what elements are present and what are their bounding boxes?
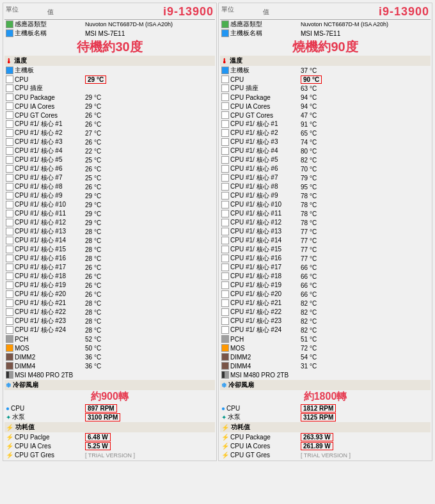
normal-value: 37 °C <box>301 67 317 74</box>
label-text: CPU <box>15 76 28 83</box>
left-sensor-value: Nuvoton NCT6687D-M (ISA A20h) <box>83 21 214 28</box>
cpu-icon <box>221 237 229 244</box>
normal-value: 47 °C <box>301 112 317 119</box>
row-value: 25 °C <box>83 157 214 164</box>
label-text: CPU #1/ 核心 #8 <box>230 182 278 191</box>
normal-value: 54 °C <box>301 354 317 361</box>
table-row: CPU #1/ 核心 #10 29 °C <box>4 200 215 209</box>
table-row: CPU #1/ 核心 #19 66 °C <box>220 281 431 290</box>
table-row: CPU #1/ 核心 #3 26 °C <box>4 138 215 146</box>
cpu-icon <box>6 219 13 226</box>
row-label: CPU #1/ 核心 #18 <box>6 272 83 281</box>
cpu-icon <box>221 174 229 182</box>
table-row: CPU #1/ 核心 #5 25 °C <box>4 155 215 164</box>
table-row: CPU #1/ 核心 #17 66 °C <box>220 263 431 272</box>
cpu-icon <box>6 84 13 92</box>
sensor-icon <box>6 20 13 28</box>
row-label: CPU #1/ 核心 #1 <box>6 120 83 129</box>
table-row: CPU #1/ 核心 #20 66 °C <box>220 290 431 299</box>
cpu-icon <box>6 192 13 200</box>
label-text: CPU #1/ 核心 #5 <box>15 155 62 164</box>
row-label: CPU #1/ 核心 #1 <box>221 120 298 129</box>
power-row-icon: ⚡ <box>6 443 13 450</box>
normal-value: 78 °C <box>301 210 317 217</box>
row-value: 26 °C <box>83 282 214 289</box>
table-row: ⚡ CPU GT Gres [ TRIAL VERSION ] <box>4 450 215 459</box>
cpu-icon <box>6 290 13 298</box>
row-value: 26 °C <box>83 112 214 119</box>
label-text: CPU #1/ 核心 #6 <box>230 164 278 173</box>
row-value: 78 °C <box>298 210 429 217</box>
label-text: CPU #1/ 核心 #23 <box>230 317 281 326</box>
table-row: CPU #1/ 核心 #2 65 °C <box>220 129 431 138</box>
cpu-icon <box>6 210 13 217</box>
label-text: CPU 插座 <box>15 84 43 93</box>
left-sensor-row: 感應器類型 Nuvoton NCT6687D-M (ISA A20h) <box>4 20 215 29</box>
normal-value: 66 °C <box>301 264 317 271</box>
row-value: 29 °C <box>83 219 214 226</box>
label-text: CPU #1/ 核心 #1 <box>230 120 278 129</box>
cpu-icon <box>6 281 13 289</box>
cpu-icon <box>221 317 229 325</box>
right-temp-section: 🌡 溫度 <box>220 56 431 66</box>
cpu-icon <box>6 75 13 83</box>
right-fan-title: 冷卻風扇 <box>228 381 254 390</box>
pump-icon: ✦ <box>6 414 11 421</box>
right-power-rows: ⚡ CPU Package 263.93 W ⚡ CPU IA Cores 26… <box>220 432 431 459</box>
row-label: CPU #1/ 核心 #12 <box>221 218 298 227</box>
label-text: CPU #1/ 核心 #14 <box>15 236 66 245</box>
table-row: ⚡ CPU Package 263.93 W <box>220 432 431 441</box>
table-row: CPU #1/ 核心 #4 80 °C <box>220 146 431 155</box>
row-label: CPU #1/ 核心 #17 <box>221 263 298 272</box>
row-value: 28 °C <box>83 237 214 244</box>
table-row: CPU #1/ 核心 #12 78 °C <box>220 218 431 227</box>
row-label: ⚡ CPU GT Gres <box>6 452 83 459</box>
table-row: CPU #1/ 核心 #20 26 °C <box>4 290 215 299</box>
label-text: 水泵 <box>228 413 241 421</box>
table-row: CPU #1/ 核心 #6 70 °C <box>220 164 431 173</box>
right-col-value: 值 i9-13900 <box>263 5 429 19</box>
right-fan-section: ❄ 冷卻風扇 <box>220 380 431 390</box>
left-panel: 單位 值 i9-13900 感應器類型 Nuvoton NCT6687D-M (… <box>3 3 217 461</box>
row-label: ⚡ CPU GT Gres <box>221 452 298 459</box>
right-value-label: 值 <box>263 8 269 17</box>
table-row: CPU #1/ 核心 #7 79 °C <box>220 173 431 182</box>
left-temp-title: 溫度 <box>14 56 27 65</box>
label-text: DIMM2 <box>230 354 251 361</box>
row-value: 54 °C <box>298 354 429 361</box>
row-value: 36 °C <box>83 363 214 370</box>
row-label: CPU #1/ 核心 #23 <box>221 317 298 326</box>
label-text: CPU #1/ 核心 #10 <box>15 200 66 209</box>
row-label: CPU IA Cores <box>6 102 83 110</box>
normal-value: 91 °C <box>301 121 317 128</box>
normal-value: 29 °C <box>85 201 101 209</box>
normal-value: 26 °C <box>85 121 101 128</box>
cpu-icon <box>6 237 13 244</box>
row-value: 66 °C <box>298 291 429 298</box>
row-label: CPU #1/ 核心 #11 <box>221 209 298 218</box>
highlight-value: 263.93 W <box>301 433 333 441</box>
table-row: CPU 插座 63 °C <box>220 84 431 93</box>
pump-icon: ✦ <box>221 414 226 421</box>
table-row: CPU #1/ 核心 #11 29 °C <box>4 209 215 218</box>
cpu-fan-icon: ● <box>221 405 225 412</box>
normal-value: 28 °C <box>85 300 101 307</box>
highlight-value: 261.89 W <box>301 442 333 450</box>
highlight-value: 1812 RPM <box>301 404 336 413</box>
table-row: CPU #1/ 核心 #7 25 °C <box>4 173 215 182</box>
cpu-icon <box>221 165 229 173</box>
table-row: PCH 51 °C <box>220 335 431 343</box>
mb-icon <box>6 29 13 37</box>
row-label: CPU #1/ 核心 #21 <box>6 299 83 308</box>
power-row-icon: ⚡ <box>221 434 229 441</box>
normal-value: 94 °C <box>301 94 317 101</box>
row-label: CPU #1/ 核心 #24 <box>221 326 298 335</box>
cpu-icon <box>6 147 13 155</box>
normal-value: 77 °C <box>301 237 317 244</box>
row-value: 36 °C <box>83 354 214 361</box>
row-label: CPU #1/ 核心 #16 <box>6 254 83 263</box>
label-text: CPU #1/ 核心 #8 <box>15 182 62 191</box>
row-label: PCH <box>221 335 298 343</box>
label-text: DIMM2 <box>15 354 35 361</box>
row-value: 95 °C <box>298 184 429 191</box>
